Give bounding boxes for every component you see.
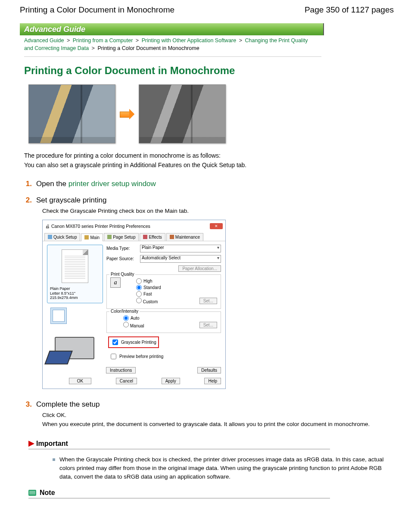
crumb-other-app-software[interactable]: Printing with Other Application Software: [142, 37, 237, 44]
paper-allocation-button[interactable]: Paper Allocation...: [178, 265, 221, 272]
arrow-icon: [120, 109, 134, 119]
step-2-num: 2.: [24, 196, 32, 205]
grayscale-highlight: Grayscale Printing: [108, 336, 159, 348]
print-quality-group: Print Quality a High Standard Fast Custo…: [106, 274, 221, 309]
demo-image-color: [28, 84, 115, 143]
close-icon[interactable]: ✕: [210, 223, 223, 229]
step-3-head: Complete the setup: [36, 400, 100, 409]
page-title: Printing a Color Document in Monochrome: [24, 65, 394, 77]
quality-set-button[interactable]: Set...: [199, 298, 217, 304]
page-indicator: Page 350 of 1127 pages: [305, 5, 394, 15]
intro-p2: You can also set a grayscale printing in…: [24, 162, 394, 168]
preview-checkbox[interactable]: [111, 354, 116, 359]
quality-high-radio[interactable]: [136, 278, 142, 284]
step-1-num: 1.: [24, 180, 32, 188]
crumb-current: Printing a Color Document in Monochrome: [97, 45, 199, 51]
demo-images: [28, 84, 394, 143]
step-2-head: Set grayscale printing: [36, 196, 106, 205]
quality-fast-radio[interactable]: [136, 291, 142, 297]
defaults-button[interactable]: Defaults: [197, 367, 221, 373]
printer-icon: [47, 328, 94, 363]
media-type-select[interactable]: Plain Paper: [140, 245, 221, 252]
page-preview: Plain Paper Letter 8.5"x11" 215.9x279.4m…: [47, 245, 103, 303]
tab-maintenance[interactable]: Maintenance: [166, 233, 203, 241]
note-heading: Note: [40, 489, 55, 497]
cancel-button[interactable]: Cancel: [116, 378, 137, 384]
intro-p1: The procedure for printing a color docum…: [24, 152, 394, 159]
crumb-printing-from-computer[interactable]: Printing from a Computer: [73, 37, 133, 44]
quality-custom-radio[interactable]: [136, 298, 142, 303]
guide-banner: Advanced Guide: [20, 23, 324, 35]
crumb-advanced-guide[interactable]: Advanced Guide: [24, 37, 64, 44]
divider: [24, 56, 321, 57]
important-flag-icon: [28, 441, 34, 447]
step-3-num: 3.: [24, 400, 32, 409]
tab-page-setup[interactable]: Page Setup: [104, 233, 139, 241]
help-button[interactable]: Help: [204, 378, 221, 384]
tab-main[interactable]: Main: [81, 233, 103, 241]
step-3-d2: When you execute print, the document is …: [42, 420, 394, 429]
media-type-label: Media Type:: [106, 246, 140, 251]
paper-source-label: Paper Source:: [106, 256, 140, 261]
step-1-text: Open the: [36, 180, 68, 188]
step-2-desc: Check the Grayscale Printing check box o…: [42, 207, 394, 215]
note-icon: [28, 490, 36, 496]
important-divider: [28, 449, 330, 449]
printer-driver-link[interactable]: printer driver setup window: [68, 180, 156, 188]
breadcrumb: Advanced Guide > Printing from a Compute…: [24, 37, 313, 52]
step-3-d1: Click OK.: [42, 411, 394, 420]
grayscale-checkbox[interactable]: [112, 339, 118, 345]
color-intensity-group: Color/Intensity Auto Manual Set...: [106, 311, 221, 333]
important-text: When the Grayscale Printing check box is…: [53, 455, 394, 482]
quality-standard-radio[interactable]: [136, 285, 142, 290]
paper-source-select[interactable]: Automatically Select: [140, 255, 221, 263]
color-set-button[interactable]: Set...: [199, 322, 217, 328]
demo-image-grayscale: [139, 84, 226, 143]
dialog-title: 🖨 Canon MX870 series Printer Printing Pr…: [45, 224, 150, 229]
tab-quick-setup[interactable]: Quick Setup: [44, 233, 80, 241]
doc-stack-icon: [50, 308, 67, 324]
instructions-button[interactable]: Instructions: [106, 367, 136, 373]
doc-title: Printing a Color Document in Monochrome: [20, 5, 174, 15]
tab-effects[interactable]: Effects: [140, 233, 165, 241]
print-prefs-dialog: 🖨 Canon MX870 series Printer Printing Pr…: [42, 220, 226, 389]
apply-button[interactable]: Apply: [162, 378, 180, 384]
color-manual-radio[interactable]: [123, 322, 129, 327]
color-auto-radio[interactable]: [123, 315, 129, 321]
quality-icon: a: [110, 277, 121, 288]
important-heading: Important: [36, 440, 68, 448]
note-divider: [28, 498, 330, 498]
ok-button[interactable]: OK: [69, 378, 91, 384]
